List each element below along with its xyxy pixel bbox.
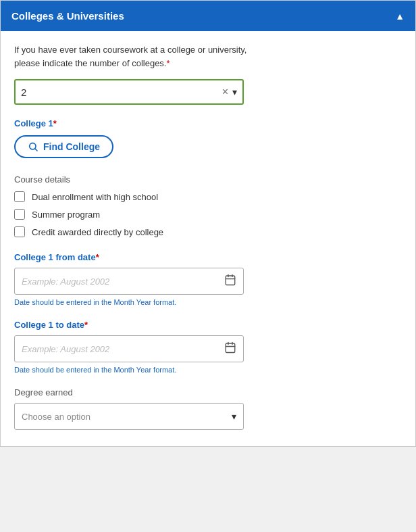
card-title: Colleges & Universities [11, 10, 124, 22]
credit-awarded-label: Credit awarded directly by college [32, 227, 163, 237]
dual-enrollment-checkbox[interactable] [14, 191, 25, 202]
course-details-title: Course details [14, 174, 402, 185]
degree-placeholder: Choose an option [22, 412, 232, 422]
college1-label: College 1* [14, 118, 402, 128]
degree-section: Degree earned Choose an option ▾ [14, 387, 402, 430]
svg-line-1 [35, 149, 37, 151]
to-date-calendar-icon[interactable] [224, 341, 236, 356]
from-date-hint: Date should be entered in the Month Year… [14, 298, 402, 306]
collapse-icon[interactable]: ▲ [395, 11, 405, 22]
checkbox-row-credit: Credit awarded directly by college [14, 226, 402, 237]
number-select-value: 2 [21, 87, 222, 98]
from-date-section: College 1 from date* Date should be ente… [14, 252, 402, 306]
number-of-colleges-select[interactable]: 2 × ▾ [14, 79, 244, 105]
to-date-label: College 1 to date* [14, 320, 402, 330]
course-details-section: Course details Dual enrollment with high… [14, 174, 402, 237]
credit-awarded-checkbox[interactable] [14, 226, 25, 237]
dual-enrollment-label: Dual enrollment with high school [32, 192, 158, 202]
to-date-hint: Date should be entered in the Month Year… [14, 366, 402, 374]
colleges-universities-card: Colleges & Universities ▲ If you have ev… [0, 0, 416, 447]
select-clear-button[interactable]: × [222, 87, 228, 97]
find-college-button[interactable]: Find College [14, 135, 113, 158]
degree-select[interactable]: Choose an option ▾ [14, 403, 244, 430]
search-icon [28, 141, 38, 152]
svg-rect-6 [226, 343, 235, 353]
required-marker: * [166, 58, 170, 68]
select-arrow-icon[interactable]: ▾ [232, 87, 237, 97]
description-text: If you have ever taken coursework at a c… [14, 43, 402, 70]
degree-label: Degree earned [14, 387, 402, 397]
to-date-input-wrapper [14, 335, 244, 362]
checkbox-row-summer: Summer program [14, 209, 402, 220]
find-college-label: Find College [43, 141, 100, 152]
from-date-label: College 1 from date* [14, 252, 402, 262]
from-date-calendar-icon[interactable] [224, 274, 236, 289]
from-date-input[interactable] [22, 276, 224, 287]
description-line1: If you have ever taken coursework at a c… [14, 45, 246, 55]
summer-program-checkbox[interactable] [14, 209, 25, 220]
checkbox-row-dual: Dual enrollment with high school [14, 191, 402, 202]
summer-program-label: Summer program [32, 210, 100, 220]
to-date-section: College 1 to date* Date should be entere… [14, 320, 402, 374]
description-line2: please indicate the number of colleges. [14, 58, 166, 68]
card-header: Colleges & Universities ▲ [1, 1, 415, 31]
from-date-input-wrapper [14, 268, 244, 295]
card-body: If you have ever taken coursework at a c… [1, 31, 415, 446]
svg-rect-2 [226, 276, 235, 285]
degree-arrow-icon: ▾ [232, 411, 236, 422]
to-date-input[interactable] [22, 344, 224, 354]
